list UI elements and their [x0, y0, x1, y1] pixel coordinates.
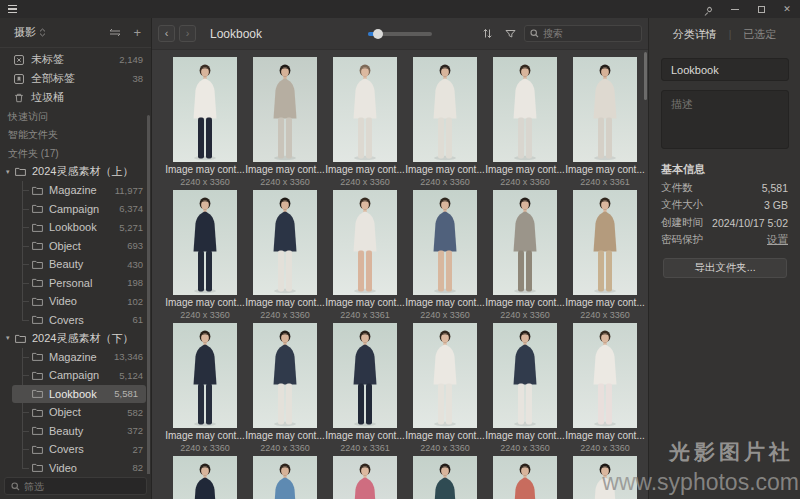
- pin-window-button[interactable]: [696, 0, 722, 18]
- photo-thumbnail[interactable]: [253, 456, 317, 499]
- photo-cell[interactable]: Image may cont...2240 x 3360: [245, 323, 325, 456]
- photo-thumbnail[interactable]: [173, 456, 237, 499]
- photo-cell[interactable]: Image may cont...2240 x 3360: [485, 190, 565, 323]
- sidebar-folder-magazine[interactable]: Magazine13,346: [0, 348, 151, 367]
- sidebar-folder-object[interactable]: Object582: [0, 403, 151, 422]
- folder-label: Video: [49, 295, 77, 307]
- zoom-slider[interactable]: [368, 32, 432, 36]
- photo-thumbnail[interactable]: [253, 57, 317, 162]
- photo-thumbnail[interactable]: [333, 190, 397, 295]
- photo-cell[interactable]: Image may cont...2240 x 3360: [405, 456, 485, 499]
- photo-cell[interactable]: Image may cont...2240 x 3360: [485, 323, 565, 456]
- photo-dimensions: 2240 x 3360: [180, 177, 230, 189]
- tab-selected[interactable]: 已选定: [743, 27, 776, 42]
- photo-dimensions: 2240 x 3361: [580, 177, 630, 189]
- photo-thumbnail[interactable]: [173, 323, 237, 428]
- photo-cell[interactable]: Image may cont...2240 x 3361: [325, 456, 405, 499]
- photo-cell[interactable]: Image may cont...2240 x 3360: [325, 57, 405, 190]
- sidebar-item-垃圾桶[interactable]: 垃圾桶: [0, 88, 151, 107]
- photo-thumbnail[interactable]: [173, 190, 237, 295]
- photo-thumbnail[interactable]: [333, 456, 397, 499]
- photo-cell[interactable]: Image may cont...2240 x 3360: [165, 323, 245, 456]
- disclosure-triangle-icon[interactable]: ▾: [6, 168, 14, 176]
- photo-cell[interactable]: Image may cont...2240 x 3360: [245, 57, 325, 190]
- sidebar-item-未标签[interactable]: 未标签2,149: [0, 50, 151, 69]
- close-button[interactable]: ✕: [774, 0, 800, 18]
- photo-thumbnail[interactable]: [573, 456, 637, 499]
- photo-thumbnail[interactable]: [413, 57, 477, 162]
- photo-thumbnail[interactable]: [253, 190, 317, 295]
- maximize-button[interactable]: [748, 0, 774, 18]
- sort-folders-icon[interactable]: [109, 27, 121, 39]
- export-folder-button[interactable]: 导出文件夹...: [663, 258, 787, 278]
- sidebar-folder-magazine[interactable]: Magazine11,977: [0, 181, 151, 200]
- photo-cell[interactable]: Image may cont...2240 x 3360: [165, 190, 245, 323]
- grid-scrollbar[interactable]: [644, 52, 647, 100]
- sidebar-item-全部标签[interactable]: 全部标签38: [0, 69, 151, 88]
- add-folder-button[interactable]: +: [133, 26, 141, 39]
- tab-folder-details[interactable]: 分类详情: [673, 27, 717, 42]
- search-input[interactable]: [543, 28, 636, 39]
- sidebar-folder-beauty[interactable]: Beauty430: [0, 255, 151, 274]
- settings-link[interactable]: 设置: [767, 233, 788, 247]
- photo-cell[interactable]: Image may cont...2240 x 3360: [245, 456, 325, 499]
- sidebar-folder-object[interactable]: Object693: [0, 237, 151, 256]
- photo-thumbnail[interactable]: [413, 190, 477, 295]
- sidebar-folder-campaign[interactable]: Campaign5,124: [0, 366, 151, 385]
- photo-thumbnail[interactable]: [493, 323, 557, 428]
- info-label: 密码保护: [661, 233, 703, 247]
- photo-cell[interactable]: Image may cont...2240 x 3360: [565, 190, 645, 323]
- photo-thumbnail[interactable]: [493, 456, 557, 499]
- description-input[interactable]: [661, 90, 789, 149]
- photo-cell[interactable]: Image may cont...2240 x 3361: [565, 57, 645, 190]
- sidebar-scrollbar[interactable]: [147, 115, 150, 474]
- photo-cell[interactable]: Image may cont...2240 x 3360: [565, 323, 645, 456]
- photo-thumbnail[interactable]: [253, 323, 317, 428]
- photo-cell[interactable]: Image may cont...2240 x 3361: [325, 323, 405, 456]
- sidebar-folder-lookbook[interactable]: Lookbook5,581: [12, 385, 146, 404]
- photo-thumbnail[interactable]: [333, 323, 397, 428]
- folder-count: 430: [127, 259, 143, 270]
- sort-order-button[interactable]: [478, 25, 496, 42]
- photo-thumbnail[interactable]: [173, 57, 237, 162]
- folder-label: 2024灵感素材（上）: [32, 164, 133, 179]
- zoom-slider-knob[interactable]: [373, 29, 383, 39]
- photo-cell[interactable]: Image may cont...2240 x 3360: [485, 456, 565, 499]
- photo-cell[interactable]: Image may cont...2240 x 3360: [485, 57, 565, 190]
- sidebar-folder-covers[interactable]: Covers61: [0, 311, 151, 330]
- photo-cell[interactable]: Image may cont...2240 x 3361: [325, 190, 405, 323]
- folder-name-input[interactable]: [661, 58, 789, 81]
- back-button[interactable]: ‹: [158, 25, 175, 42]
- photo-thumbnail[interactable]: [573, 57, 637, 162]
- photo-thumbnail[interactable]: [413, 323, 477, 428]
- photo-thumbnail[interactable]: [413, 456, 477, 499]
- forward-button[interactable]: ›: [179, 25, 196, 42]
- photo-cell[interactable]: Image may cont...2240 x 3360: [165, 57, 245, 190]
- filter-input[interactable]: [24, 481, 140, 492]
- tree-root-folder[interactable]: ▾2024灵感素材（上）: [0, 163, 151, 182]
- sidebar-folder-lookbook[interactable]: Lookbook5,271: [0, 218, 151, 237]
- photo-cell[interactable]: Image may cont...2240 x 3360: [565, 456, 645, 499]
- hamburger-menu-icon[interactable]: [8, 5, 17, 13]
- sidebar-folder-beauty[interactable]: Beauty372: [0, 422, 151, 441]
- filter-button[interactable]: [501, 25, 519, 42]
- photo-cell[interactable]: Image may cont...2240 x 3360: [165, 456, 245, 499]
- photo-cell[interactable]: Image may cont...2240 x 3360: [405, 190, 485, 323]
- photo-cell[interactable]: Image may cont...2240 x 3360: [405, 57, 485, 190]
- photo-thumbnail[interactable]: [333, 57, 397, 162]
- sidebar-folder-video[interactable]: Video102: [0, 292, 151, 311]
- sidebar-folder-personal[interactable]: Personal198: [0, 274, 151, 293]
- sidebar-folder-campaign[interactable]: Campaign6,374: [0, 200, 151, 219]
- minimize-button[interactable]: [722, 0, 748, 18]
- sidebar-folder-covers[interactable]: Covers27: [0, 440, 151, 459]
- disclosure-triangle-icon[interactable]: ▾: [6, 334, 14, 342]
- photo-thumbnail[interactable]: [573, 323, 637, 428]
- sidebar-folder-video[interactable]: Video82: [0, 459, 151, 475]
- tree-root-folder[interactable]: ▾2024灵感素材（下）: [0, 329, 151, 348]
- library-switcher[interactable]: 摄影 +: [0, 18, 151, 48]
- photo-thumbnail[interactable]: [493, 57, 557, 162]
- photo-cell[interactable]: Image may cont...2240 x 3360: [245, 190, 325, 323]
- photo-thumbnail[interactable]: [573, 190, 637, 295]
- photo-cell[interactable]: Image may cont...2240 x 3360: [405, 323, 485, 456]
- photo-thumbnail[interactable]: [493, 190, 557, 295]
